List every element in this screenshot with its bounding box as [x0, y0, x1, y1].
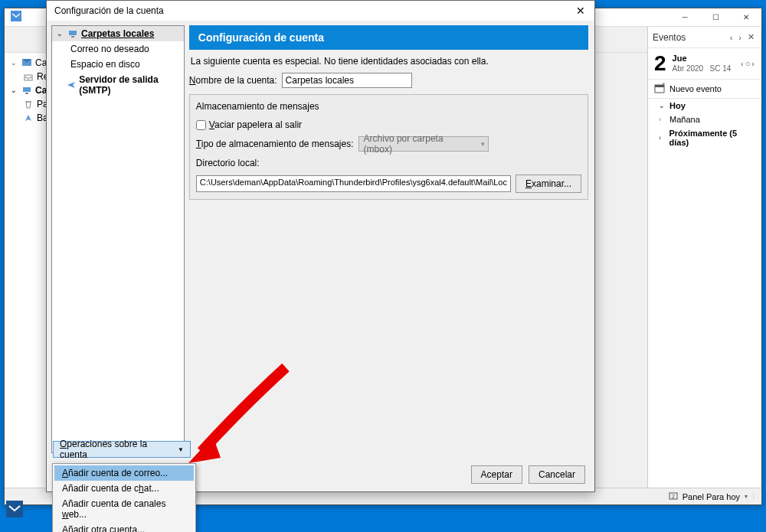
- svg-rect-19: [71, 36, 74, 38]
- svg-text:2: 2: [672, 494, 675, 499]
- menu-add-mail[interactable]: Añadir cuenta de correo...: [54, 465, 194, 481]
- tree-junk[interactable]: Correo no deseado: [52, 41, 184, 57]
- account-tree: ⌄ Carpetas locales Correo no deseado Esp…: [51, 25, 185, 453]
- outbox-icon: [23, 113, 34, 123]
- empty-trash-row: Vaciar papelera al salir: [196, 119, 581, 130]
- local-dir-row: C:\Users\deman\AppData\Roaming\Thunderbi…: [196, 175, 581, 193]
- svg-rect-0: [11, 11, 21, 21]
- menu-add-web[interactable]: Añadir cuenta de canales web...: [54, 496, 194, 522]
- tree-item-label: Correo no deseado: [70, 44, 149, 54]
- menu-add-chat[interactable]: Añadir cuenta de chat...: [54, 481, 194, 496]
- tree-disk-space[interactable]: Espacio en disco: [52, 57, 184, 72]
- send-icon: [67, 80, 76, 90]
- agenda-upcoming[interactable]: › Próximamente (5 días): [648, 126, 761, 149]
- inbox-icon: [23, 71, 34, 82]
- account-operations-button[interactable]: Operaciones sobre la cuenta ▼: [53, 441, 191, 458]
- account-name-row: Nombre de la cuenta:: [189, 73, 588, 88]
- agenda-tomorrow-label: Mañana: [669, 115, 700, 124]
- dialog-title: Configuración de la cuenta: [54, 5, 164, 16]
- cancel-button[interactable]: Cancelar: [529, 465, 585, 484]
- content-banner: Configuración de cuenta: [189, 25, 588, 50]
- date-today[interactable]: ○: [745, 59, 751, 68]
- date-dayname: Jue: [673, 54, 732, 64]
- date-number: 2: [654, 53, 666, 74]
- tree-smtp[interactable]: Servidor de salida (SMTP): [52, 72, 184, 98]
- storage-type-value: Archivo por carpeta (mbox): [364, 133, 474, 155]
- events-pane: Eventos ‹ › ✕ 2 Jue Abr 2020 SC 14 ‹ ○ ›: [647, 27, 761, 498]
- events-prev[interactable]: ‹: [728, 33, 735, 42]
- events-next[interactable]: ›: [737, 33, 743, 42]
- window-controls: ─ ☐ ✕: [669, 8, 761, 27]
- menu-add-other[interactable]: Añadir otra cuenta...: [54, 522, 194, 532]
- new-event-label: Nuevo evento: [669, 84, 722, 93]
- new-event-row[interactable]: + Nuevo evento: [648, 80, 761, 99]
- events-title: Eventos: [653, 32, 725, 43]
- storage-group: Almacenamiento de mensajes Vaciar papele…: [189, 94, 588, 200]
- agenda-upcoming-label: Próximamente (5 días): [669, 129, 755, 147]
- agenda-today[interactable]: ⌄ Hoy: [648, 99, 761, 113]
- new-event-icon: +: [654, 83, 665, 95]
- local-dir-label: Directorio local:: [196, 158, 581, 168]
- tree-local-folders[interactable]: ⌄ Carpetas locales: [52, 26, 184, 41]
- account-operations-menu: Añadir cuenta de correo... Añadir cuenta…: [52, 463, 196, 532]
- events-close[interactable]: ✕: [746, 32, 756, 42]
- storage-title: Almacenamiento de mensajes: [196, 101, 581, 112]
- date-week: SC 14: [710, 64, 732, 73]
- browse-button[interactable]: Examinar...: [516, 175, 581, 193]
- local-dir-input[interactable]: C:\Users\deman\AppData\Roaming\Thunderbi…: [196, 175, 511, 192]
- date-block: 2 Jue Abr 2020 SC 14 ‹ ○ ›: [648, 48, 761, 80]
- account-name-input[interactable]: [282, 73, 412, 88]
- events-header: Eventos ‹ › ✕: [648, 27, 761, 48]
- agenda-today-label: Hoy: [669, 101, 686, 110]
- storage-type-row: Tipo de almacenamiento de mensajes: Arch…: [196, 136, 581, 152]
- tree-item-label: Carpetas locales: [81, 28, 154, 39]
- taskbar-thunderbird-icon[interactable]: [6, 501, 23, 520]
- empty-trash-label[interactable]: Vaciar papelera al salir: [209, 119, 302, 130]
- svg-rect-9: [23, 87, 31, 92]
- app-icon: [11, 11, 21, 24]
- dialog-titlebar: Configuración de la cuenta ✕: [47, 1, 594, 21]
- maximize-button[interactable]: ☐: [700, 8, 731, 27]
- date-prev[interactable]: ‹: [741, 59, 744, 68]
- date-next[interactable]: ›: [751, 59, 755, 68]
- content-description: La siguiente cuenta es especial. No tien…: [189, 54, 588, 68]
- status-icon: 2: [669, 491, 678, 502]
- dropdown-caret-icon: ▼: [178, 446, 184, 453]
- svg-rect-18: [69, 31, 77, 35]
- storage-type-select: Archivo por carpeta (mbox): [358, 136, 489, 152]
- account-settings-dialog: Configuración de la cuenta ✕ ⌄ Carpetas …: [46, 0, 595, 492]
- dialog-close-button[interactable]: ✕: [567, 1, 594, 21]
- accept-button[interactable]: Aceptar: [471, 465, 522, 484]
- minimize-button[interactable]: ─: [669, 8, 700, 27]
- dialog-body: ⌄ Carpetas locales Correo no deseado Esp…: [47, 21, 594, 458]
- tree-item-label: Espacio en disco: [70, 59, 140, 70]
- agenda-tomorrow[interactable]: › Mañana: [648, 113, 761, 126]
- account-name-label: Nombre de la cuenta:: [189, 75, 277, 86]
- mail-icon: [21, 57, 32, 68]
- computer-icon: [21, 85, 32, 96]
- date-info: Jue Abr 2020 SC 14: [673, 54, 732, 73]
- close-button[interactable]: ✕: [731, 8, 761, 27]
- tree-item-label: Servidor de salida (SMTP): [79, 74, 179, 96]
- svg-rect-10: [25, 93, 28, 94]
- empty-trash-checkbox[interactable]: [196, 120, 206, 130]
- storage-type-label: Tipo de almacenamiento de mensajes:: [196, 139, 354, 149]
- svg-rect-17: [6, 501, 23, 517]
- trash-icon: [23, 99, 34, 109]
- date-nav: ‹ ○ ›: [741, 59, 755, 68]
- dialog-content: Configuración de cuenta La siguiente cue…: [185, 21, 594, 458]
- status-panel-label[interactable]: Panel Para hoy: [683, 492, 740, 501]
- computer-icon: [67, 28, 78, 39]
- date-month: Abr 2020: [673, 64, 704, 73]
- svg-text:+: +: [662, 83, 665, 87]
- status-dropdown[interactable]: ▾: [745, 493, 748, 500]
